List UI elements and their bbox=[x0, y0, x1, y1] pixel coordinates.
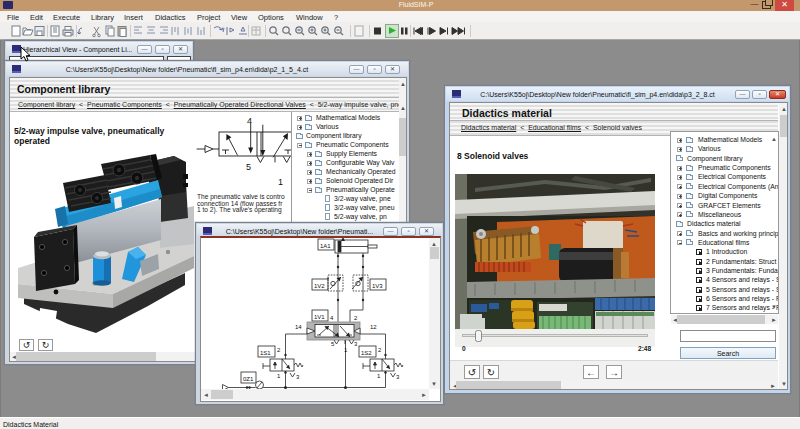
svg-text:4: 4 bbox=[247, 116, 252, 126]
svg-text:3: 3 bbox=[296, 374, 300, 380]
svg-text:1: 1 bbox=[278, 177, 283, 187]
svg-text:2: 2 bbox=[378, 347, 382, 353]
svg-text:14: 14 bbox=[295, 324, 302, 330]
svg-text:3: 3 bbox=[354, 341, 358, 347]
svg-text:1S2: 1S2 bbox=[361, 350, 372, 356]
svg-text:1V1: 1V1 bbox=[314, 314, 325, 320]
svg-text:5: 5 bbox=[246, 162, 251, 172]
svg-text:1: 1 bbox=[377, 373, 381, 379]
svg-text:2: 2 bbox=[354, 315, 358, 321]
svg-text:1A1: 1A1 bbox=[320, 243, 331, 249]
svg-text:1V3: 1V3 bbox=[372, 283, 383, 289]
svg-text:2: 2 bbox=[277, 347, 281, 353]
svg-text:4: 4 bbox=[330, 315, 334, 321]
svg-text:1: 1 bbox=[344, 347, 348, 353]
svg-text:5: 5 bbox=[331, 341, 335, 347]
svg-text:1S1: 1S1 bbox=[260, 350, 271, 356]
svg-text:12: 12 bbox=[370, 324, 377, 330]
svg-text:1: 1 bbox=[277, 373, 281, 379]
svg-text:1V2: 1V2 bbox=[314, 283, 325, 289]
svg-text:3: 3 bbox=[396, 374, 400, 380]
svg-text:0Z1: 0Z1 bbox=[243, 376, 254, 382]
